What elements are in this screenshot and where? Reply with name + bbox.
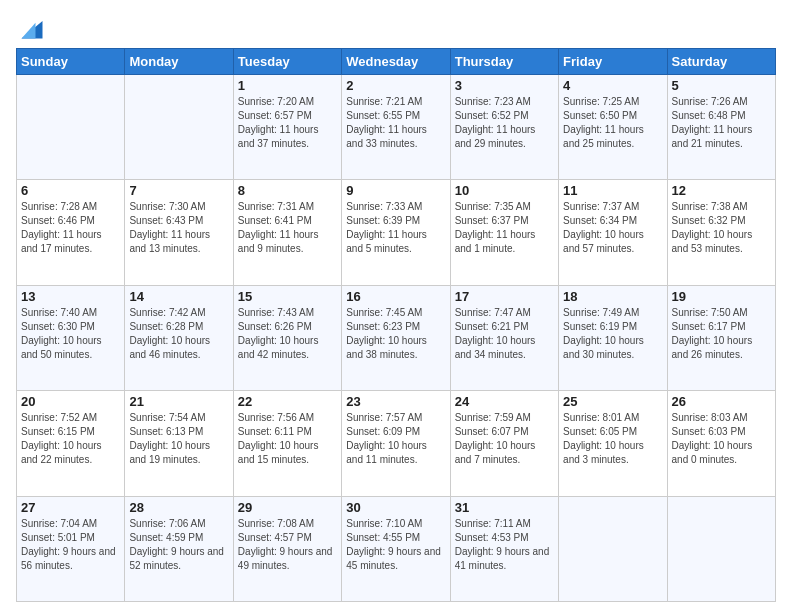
cell-week3-day2: 14Sunrise: 7:42 AMSunset: 6:28 PMDayligh… [125, 285, 233, 390]
day-info: Sunrise: 7:38 AMSunset: 6:32 PMDaylight:… [672, 200, 771, 256]
col-header-wednesday: Wednesday [342, 49, 450, 75]
cell-week2-day3: 8Sunrise: 7:31 AMSunset: 6:41 PMDaylight… [233, 180, 341, 285]
day-number: 19 [672, 289, 771, 304]
col-header-thursday: Thursday [450, 49, 558, 75]
day-number: 16 [346, 289, 445, 304]
day-info: Sunrise: 7:40 AMSunset: 6:30 PMDaylight:… [21, 306, 120, 362]
cell-week2-day4: 9Sunrise: 7:33 AMSunset: 6:39 PMDaylight… [342, 180, 450, 285]
day-info: Sunrise: 7:37 AMSunset: 6:34 PMDaylight:… [563, 200, 662, 256]
cell-week4-day4: 23Sunrise: 7:57 AMSunset: 6:09 PMDayligh… [342, 391, 450, 496]
cell-week1-day6: 4Sunrise: 7:25 AMSunset: 6:50 PMDaylight… [559, 75, 667, 180]
day-number: 29 [238, 500, 337, 515]
day-number: 25 [563, 394, 662, 409]
cell-week3-day6: 18Sunrise: 7:49 AMSunset: 6:19 PMDayligh… [559, 285, 667, 390]
header [16, 10, 776, 42]
cell-week5-day4: 30Sunrise: 7:10 AMSunset: 4:55 PMDayligh… [342, 496, 450, 601]
day-number: 31 [455, 500, 554, 515]
cell-week4-day2: 21Sunrise: 7:54 AMSunset: 6:13 PMDayligh… [125, 391, 233, 496]
cell-week2-day2: 7Sunrise: 7:30 AMSunset: 6:43 PMDaylight… [125, 180, 233, 285]
cell-week4-day6: 25Sunrise: 8:01 AMSunset: 6:05 PMDayligh… [559, 391, 667, 496]
day-number: 15 [238, 289, 337, 304]
cell-week1-day1 [17, 75, 125, 180]
cell-week3-day5: 17Sunrise: 7:47 AMSunset: 6:21 PMDayligh… [450, 285, 558, 390]
week-row-2: 6Sunrise: 7:28 AMSunset: 6:46 PMDaylight… [17, 180, 776, 285]
cell-week3-day3: 15Sunrise: 7:43 AMSunset: 6:26 PMDayligh… [233, 285, 341, 390]
cell-week1-day2 [125, 75, 233, 180]
day-number: 21 [129, 394, 228, 409]
page: SundayMondayTuesdayWednesdayThursdayFrid… [0, 0, 792, 612]
week-row-1: 1Sunrise: 7:20 AMSunset: 6:57 PMDaylight… [17, 75, 776, 180]
cell-week2-day6: 11Sunrise: 7:37 AMSunset: 6:34 PMDayligh… [559, 180, 667, 285]
day-number: 14 [129, 289, 228, 304]
day-info: Sunrise: 7:20 AMSunset: 6:57 PMDaylight:… [238, 95, 337, 151]
col-header-monday: Monday [125, 49, 233, 75]
cell-week5-day6 [559, 496, 667, 601]
cell-week2-day5: 10Sunrise: 7:35 AMSunset: 6:37 PMDayligh… [450, 180, 558, 285]
day-number: 20 [21, 394, 120, 409]
day-number: 1 [238, 78, 337, 93]
day-info: Sunrise: 7:33 AMSunset: 6:39 PMDaylight:… [346, 200, 445, 256]
day-number: 5 [672, 78, 771, 93]
day-number: 7 [129, 183, 228, 198]
cell-week1-day3: 1Sunrise: 7:20 AMSunset: 6:57 PMDaylight… [233, 75, 341, 180]
cell-week1-day7: 5Sunrise: 7:26 AMSunset: 6:48 PMDaylight… [667, 75, 775, 180]
day-info: Sunrise: 7:35 AMSunset: 6:37 PMDaylight:… [455, 200, 554, 256]
calendar-header-row: SundayMondayTuesdayWednesdayThursdayFrid… [17, 49, 776, 75]
day-number: 28 [129, 500, 228, 515]
day-number: 3 [455, 78, 554, 93]
calendar-table: SundayMondayTuesdayWednesdayThursdayFrid… [16, 48, 776, 602]
cell-week1-day5: 3Sunrise: 7:23 AMSunset: 6:52 PMDaylight… [450, 75, 558, 180]
day-info: Sunrise: 7:10 AMSunset: 4:55 PMDaylight:… [346, 517, 445, 573]
cell-week3-day1: 13Sunrise: 7:40 AMSunset: 6:30 PMDayligh… [17, 285, 125, 390]
day-info: Sunrise: 7:54 AMSunset: 6:13 PMDaylight:… [129, 411, 228, 467]
day-number: 8 [238, 183, 337, 198]
day-info: Sunrise: 8:01 AMSunset: 6:05 PMDaylight:… [563, 411, 662, 467]
day-number: 30 [346, 500, 445, 515]
logo-icon [18, 14, 46, 42]
day-number: 18 [563, 289, 662, 304]
day-number: 11 [563, 183, 662, 198]
day-number: 4 [563, 78, 662, 93]
day-info: Sunrise: 7:26 AMSunset: 6:48 PMDaylight:… [672, 95, 771, 151]
cell-week4-day1: 20Sunrise: 7:52 AMSunset: 6:15 PMDayligh… [17, 391, 125, 496]
day-number: 23 [346, 394, 445, 409]
cell-week5-day1: 27Sunrise: 7:04 AMSunset: 5:01 PMDayligh… [17, 496, 125, 601]
day-info: Sunrise: 7:47 AMSunset: 6:21 PMDaylight:… [455, 306, 554, 362]
day-info: Sunrise: 7:56 AMSunset: 6:11 PMDaylight:… [238, 411, 337, 467]
day-number: 10 [455, 183, 554, 198]
day-info: Sunrise: 7:45 AMSunset: 6:23 PMDaylight:… [346, 306, 445, 362]
cell-week3-day4: 16Sunrise: 7:45 AMSunset: 6:23 PMDayligh… [342, 285, 450, 390]
day-info: Sunrise: 7:43 AMSunset: 6:26 PMDaylight:… [238, 306, 337, 362]
day-number: 13 [21, 289, 120, 304]
day-info: Sunrise: 7:57 AMSunset: 6:09 PMDaylight:… [346, 411, 445, 467]
day-number: 6 [21, 183, 120, 198]
col-header-saturday: Saturday [667, 49, 775, 75]
day-info: Sunrise: 7:42 AMSunset: 6:28 PMDaylight:… [129, 306, 228, 362]
col-header-sunday: Sunday [17, 49, 125, 75]
day-number: 17 [455, 289, 554, 304]
day-number: 9 [346, 183, 445, 198]
cell-week2-day7: 12Sunrise: 7:38 AMSunset: 6:32 PMDayligh… [667, 180, 775, 285]
day-info: Sunrise: 7:50 AMSunset: 6:17 PMDaylight:… [672, 306, 771, 362]
cell-week4-day3: 22Sunrise: 7:56 AMSunset: 6:11 PMDayligh… [233, 391, 341, 496]
cell-week5-day3: 29Sunrise: 7:08 AMSunset: 4:57 PMDayligh… [233, 496, 341, 601]
col-header-friday: Friday [559, 49, 667, 75]
day-info: Sunrise: 7:08 AMSunset: 4:57 PMDaylight:… [238, 517, 337, 573]
cell-week3-day7: 19Sunrise: 7:50 AMSunset: 6:17 PMDayligh… [667, 285, 775, 390]
week-row-5: 27Sunrise: 7:04 AMSunset: 5:01 PMDayligh… [17, 496, 776, 601]
day-info: Sunrise: 7:59 AMSunset: 6:07 PMDaylight:… [455, 411, 554, 467]
day-info: Sunrise: 7:04 AMSunset: 5:01 PMDaylight:… [21, 517, 120, 573]
day-number: 22 [238, 394, 337, 409]
cell-week4-day5: 24Sunrise: 7:59 AMSunset: 6:07 PMDayligh… [450, 391, 558, 496]
day-info: Sunrise: 7:06 AMSunset: 4:59 PMDaylight:… [129, 517, 228, 573]
day-info: Sunrise: 7:52 AMSunset: 6:15 PMDaylight:… [21, 411, 120, 467]
day-number: 27 [21, 500, 120, 515]
day-number: 24 [455, 394, 554, 409]
day-info: Sunrise: 8:03 AMSunset: 6:03 PMDaylight:… [672, 411, 771, 467]
day-info: Sunrise: 7:23 AMSunset: 6:52 PMDaylight:… [455, 95, 554, 151]
day-info: Sunrise: 7:28 AMSunset: 6:46 PMDaylight:… [21, 200, 120, 256]
day-info: Sunrise: 7:21 AMSunset: 6:55 PMDaylight:… [346, 95, 445, 151]
cell-week5-day2: 28Sunrise: 7:06 AMSunset: 4:59 PMDayligh… [125, 496, 233, 601]
day-info: Sunrise: 7:11 AMSunset: 4:53 PMDaylight:… [455, 517, 554, 573]
day-number: 12 [672, 183, 771, 198]
